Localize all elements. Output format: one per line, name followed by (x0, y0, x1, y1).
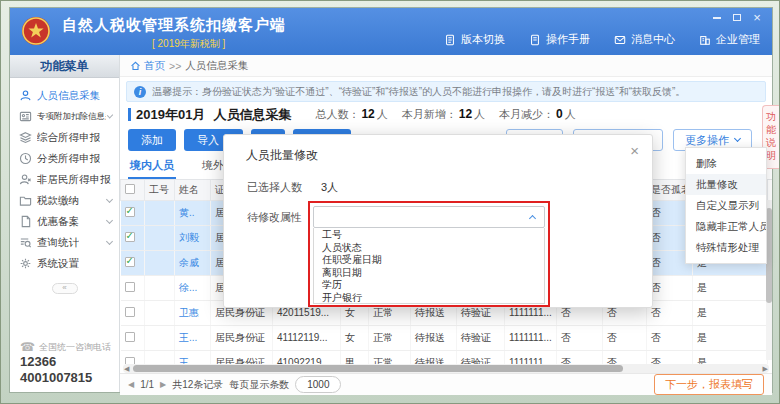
table-cell: 正常 (369, 350, 411, 364)
records-total: 共12条记录 (172, 378, 223, 392)
sidebar-item[interactable]: 优惠备案 (10, 211, 119, 232)
sidebar-collapse-button[interactable]: « (52, 283, 78, 294)
person-name-link[interactable]: 黄.. (179, 207, 195, 218)
row-checkbox[interactable] (125, 232, 135, 242)
breadcrumb-home[interactable]: 首页 (130, 59, 165, 73)
row-checkbox-cell (121, 350, 145, 364)
row-checkbox-cell (121, 275, 145, 300)
sidebar-item[interactable]: 系统设置 (10, 253, 119, 274)
person-name-link[interactable]: 徐... (179, 282, 197, 293)
menu-item-4[interactable]: 特殊情形处理 (686, 237, 766, 258)
row-checkbox[interactable] (125, 357, 135, 365)
national-emblem-logo (21, 16, 51, 46)
menu-item-3[interactable]: 隐藏非正常人员 (686, 216, 766, 237)
sidebar-item[interactable]: 非居民所得申报 (10, 169, 119, 190)
table-cell: 待验证 (457, 350, 505, 364)
table-cell (145, 200, 175, 225)
table-row[interactable]: 王...居民身份证41092219...男正常待报送待验证1111111...否… (121, 350, 768, 364)
row-checkbox[interactable] (125, 307, 135, 317)
breadcrumb: 首页 >> 人员信息采集 (120, 55, 772, 77)
minimize-button[interactable] (707, 10, 727, 25)
person-name-link[interactable]: 余威 (179, 257, 199, 268)
add-button[interactable]: 添加 (128, 129, 176, 151)
doc-icon (444, 34, 456, 46)
sidebar-item[interactable]: 分类所得申报 (10, 148, 119, 169)
horizontal-scrollbar-thumb[interactable] (133, 365, 623, 372)
topnav-button[interactable]: 消息中心 (614, 32, 675, 47)
row-checkbox[interactable] (125, 282, 135, 292)
stat-label: 本月减少： (499, 108, 554, 120)
attribute-option[interactable]: 学历 (314, 279, 544, 292)
attribute-options-list: 工号人员状态任职受雇日期离职日期学历开户银行 (313, 228, 545, 304)
scroll-right-arrow[interactable]: ▶ (763, 364, 768, 373)
table-cell: 女 (341, 325, 369, 350)
folder-icon (19, 194, 32, 207)
table-cell: 是 (693, 325, 768, 350)
table-cell: 居民身份证 (211, 350, 273, 364)
hotline-number-2: 4001007815 (20, 370, 111, 386)
table-cell: 否 (647, 300, 693, 325)
topnav-button[interactable]: 企业管理 (699, 32, 760, 47)
row-checkbox[interactable] (125, 332, 135, 342)
table-cell: 否 (647, 325, 693, 350)
row-checkbox[interactable] (125, 207, 135, 217)
sidebar-item[interactable]: 专项附加扣除信息采集 (10, 106, 119, 127)
sidebar-item[interactable]: 人员信息采集 (10, 85, 119, 106)
menu-item-2[interactable]: 自定义显示列 (686, 195, 766, 216)
table-cell (145, 225, 175, 250)
attribute-option[interactable]: 离职日期 (314, 267, 544, 280)
topnav-button[interactable]: 操作手册 (529, 32, 590, 47)
title-accent-bar (128, 108, 131, 121)
menu-item-0[interactable]: 删除 (686, 153, 766, 174)
chevron-down-icon (106, 196, 113, 203)
table-cell: 41092219... (273, 350, 341, 364)
sidebar-item-label: 非居民所得申报 (37, 173, 111, 187)
select-all-checkbox[interactable] (125, 184, 135, 194)
maximize-button[interactable] (727, 10, 747, 25)
breadcrumb-separator: >> (169, 60, 181, 72)
person-name-link[interactable]: 卫惠 (179, 307, 199, 318)
table-cell: 否 (603, 325, 647, 350)
table-cell: 否 (603, 350, 647, 364)
row-checkbox[interactable] (125, 257, 135, 267)
sidebar-item[interactable]: 查询统计 (10, 232, 119, 253)
topnav-button[interactable]: 版本切换 (444, 32, 505, 47)
sidebar: 功能菜单 人员信息采集专项附加扣除信息采集综合所得申报分类所得申报非居民所得申报… (10, 55, 120, 392)
card-icon (19, 110, 32, 123)
row-checkbox-cell (121, 325, 145, 350)
attribute-option[interactable]: 工号 (314, 229, 544, 242)
search-stats-icon (19, 236, 32, 249)
modal-close-icon[interactable]: × (630, 142, 639, 159)
close-button[interactable]: × (747, 10, 767, 25)
attribute-select[interactable] (313, 206, 545, 228)
attribute-option[interactable]: 人员状态 (314, 242, 544, 255)
tab-active[interactable]: 境内人员 (128, 158, 176, 179)
table-row[interactable]: 王...居民身份证41112119...女正常待报送待验证1111111...否… (121, 325, 768, 350)
sidebar-item[interactable]: 税款缴纳 (10, 190, 119, 211)
attribute-label: 待修改属性 (247, 210, 302, 225)
person-name-link[interactable]: 刘毅 (179, 232, 199, 243)
attribute-option[interactable]: 开户银行 (314, 292, 544, 305)
horizontal-scrollbar[interactable]: ◀ ▶ (123, 364, 769, 373)
select-all-header (121, 180, 145, 200)
menu-item-1[interactable]: 批量修改 (686, 174, 766, 195)
per-page-input[interactable] (295, 376, 341, 393)
row-checkbox-cell (121, 225, 145, 250)
scroll-left-arrow[interactable]: ◀ (124, 364, 129, 373)
hotline-label: 全国统一咨询电话 (39, 341, 111, 354)
table-cell (145, 350, 175, 364)
building-icon (699, 34, 711, 46)
table-cell: 余威 (175, 250, 211, 275)
person-name-link[interactable]: 王... (179, 357, 197, 365)
clock-icon (19, 152, 32, 165)
chevron-down-icon (107, 112, 114, 119)
prev-page-button[interactable]: ◀ (128, 380, 134, 389)
sidebar-item-label: 人员信息采集 (37, 89, 100, 103)
attribute-option[interactable]: 任职受雇日期 (314, 254, 544, 267)
phone-icon: ☎ (20, 340, 35, 354)
stat-label: 总人数： (315, 108, 359, 120)
sidebar-item[interactable]: 综合所得申报 (10, 127, 119, 148)
next-step-button[interactable]: 下一步，报表填写 (654, 374, 764, 395)
person-name-link[interactable]: 王... (179, 332, 197, 343)
next-page-button[interactable]: ▶ (160, 380, 166, 389)
